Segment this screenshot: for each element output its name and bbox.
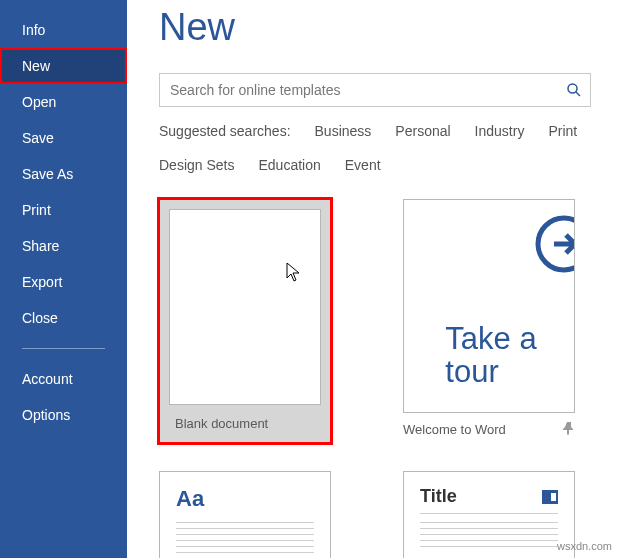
sidebar-item-open[interactable]: Open: [0, 84, 127, 120]
suggested-label: Suggested searches:: [159, 123, 291, 139]
sidebar-item-save-as[interactable]: Save As: [0, 156, 127, 192]
sidebar-item-print[interactable]: Print: [0, 192, 127, 228]
document-icon: [542, 490, 558, 504]
watermark: wsxdn.com: [557, 540, 612, 552]
template-blank-preview: [169, 209, 321, 405]
template-welcome-tour[interactable]: Take a tour: [403, 199, 575, 413]
preview-line: [420, 534, 558, 535]
main-panel: New Suggested searches: Business Persona…: [127, 0, 622, 558]
suggested-link-personal[interactable]: Personal: [395, 123, 450, 139]
tour-text: Take a tour: [445, 323, 536, 388]
sidebar-item-export[interactable]: Export: [0, 264, 127, 300]
preview-line: [420, 528, 558, 529]
search-box[interactable]: [159, 73, 591, 107]
preview-line: [176, 546, 314, 547]
suggested-link-design-sets[interactable]: Design Sets: [159, 157, 234, 173]
cursor-icon: [286, 262, 302, 284]
sidebar-item-new[interactable]: New: [0, 48, 127, 84]
template-blank-caption: Blank document: [175, 416, 268, 431]
sidebar-item-share[interactable]: Share: [0, 228, 127, 264]
suggested-searches: Suggested searches: Business Personal In…: [159, 123, 599, 173]
search-input[interactable]: [170, 82, 566, 98]
pin-icon[interactable]: [563, 421, 575, 438]
preview-line: [176, 540, 314, 541]
search-icon[interactable]: [566, 82, 582, 98]
sidebar-item-info[interactable]: Info: [0, 12, 127, 48]
suggested-link-event[interactable]: Event: [345, 157, 381, 173]
template-title-page[interactable]: Title: [403, 471, 575, 558]
template-single-spaced[interactable]: Aa: [159, 471, 331, 558]
sidebar-divider: [22, 348, 105, 349]
page-title: New: [159, 6, 622, 49]
preview-line: [176, 534, 314, 535]
suggested-link-business[interactable]: Business: [315, 123, 372, 139]
suggested-link-industry[interactable]: Industry: [475, 123, 525, 139]
backstage-sidebar: Info New Open Save Save As Print Share E…: [0, 0, 127, 558]
sidebar-item-account[interactable]: Account: [0, 361, 127, 397]
svg-line-1: [576, 92, 580, 96]
preview-line: [420, 546, 558, 547]
suggested-link-print[interactable]: Print: [548, 123, 577, 139]
template-tour-caption: Welcome to Word: [403, 422, 506, 437]
preview-line: [176, 528, 314, 529]
template-blank-document[interactable]: Blank document: [159, 199, 331, 443]
preview-line: [420, 522, 558, 523]
template-heading-aa: Aa: [176, 486, 314, 512]
template-title-heading: Title: [420, 486, 457, 507]
sidebar-item-close[interactable]: Close: [0, 300, 127, 336]
svg-point-0: [568, 84, 577, 93]
preview-line: [176, 522, 314, 523]
sidebar-item-save[interactable]: Save: [0, 120, 127, 156]
preview-line: [420, 540, 558, 541]
sidebar-item-options[interactable]: Options: [0, 397, 127, 433]
suggested-link-education[interactable]: Education: [258, 157, 320, 173]
arrow-right-circle-icon: [534, 214, 575, 274]
preview-line: [176, 552, 314, 553]
